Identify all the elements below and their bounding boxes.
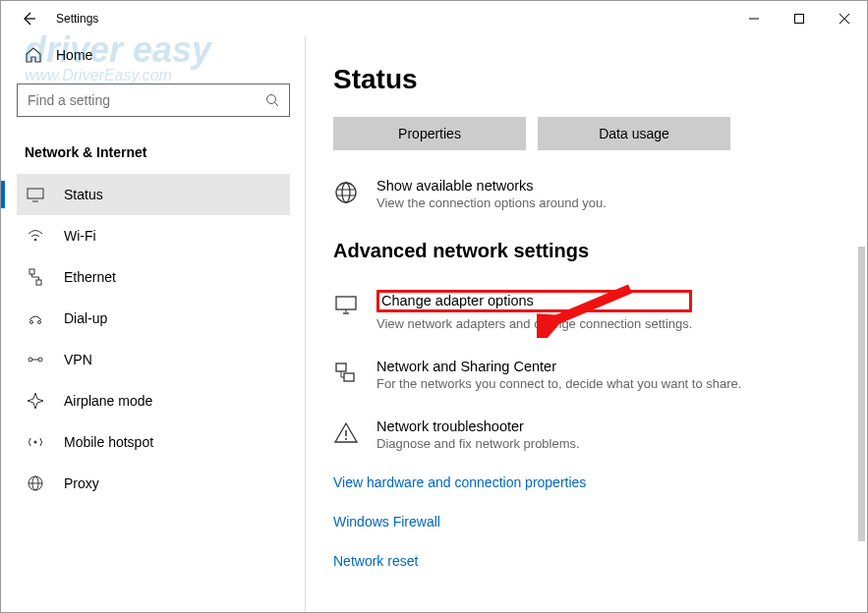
highlight-box: Change adapter options: [376, 290, 692, 312]
nav-item-dialup[interactable]: Dial-up: [17, 298, 290, 339]
window-title: Settings: [56, 12, 98, 26]
warning-icon: [333, 420, 359, 446]
svg-point-13: [29, 358, 32, 362]
hotspot-icon: [27, 433, 44, 451]
airplane-icon: [27, 392, 44, 410]
search-icon: [265, 93, 279, 107]
show-networks-title: Show available networks: [376, 178, 607, 194]
status-icon: [27, 186, 44, 203]
firewall-link[interactable]: Windows Firewall: [333, 514, 839, 529]
properties-button[interactable]: Properties: [333, 117, 526, 150]
nav-item-ethernet[interactable]: Ethernet: [17, 256, 290, 298]
show-networks-row[interactable]: Show available networks View the connect…: [333, 178, 839, 210]
nav-item-wifi[interactable]: Wi-Fi: [17, 215, 290, 256]
globe-icon: [333, 180, 359, 205]
sharing-icon: [333, 361, 359, 386]
home-button[interactable]: Home: [17, 36, 290, 74]
scrollbar[interactable]: [858, 247, 865, 541]
svg-line-5: [275, 103, 279, 107]
sharing-center-row[interactable]: Network and Sharing Center For the netwo…: [333, 359, 839, 391]
nav-list: Status Wi-Fi Ethernet Dial-up VPN Airpla…: [17, 174, 290, 504]
svg-point-4: [267, 95, 276, 104]
nav-item-status[interactable]: Status: [17, 174, 290, 215]
svg-rect-28: [344, 373, 354, 381]
nav-item-vpn[interactable]: VPN: [17, 339, 290, 380]
data-usage-button[interactable]: Data usage: [538, 117, 730, 150]
search-box[interactable]: [17, 84, 290, 117]
svg-rect-24: [336, 297, 356, 309]
nav-label: Wi-Fi: [64, 228, 96, 244]
svg-point-14: [38, 358, 42, 362]
home-icon: [25, 46, 42, 64]
svg-rect-6: [28, 189, 43, 198]
titlebar: Settings: [1, 1, 867, 36]
svg-point-21: [342, 183, 350, 202]
maximize-button[interactable]: [777, 3, 822, 34]
ethernet-icon: [27, 268, 44, 286]
nav-item-airplane[interactable]: Airplane mode: [17, 380, 290, 421]
nav-label: Ethernet: [64, 269, 116, 285]
home-label: Home: [56, 47, 92, 63]
svg-rect-10: [36, 280, 41, 285]
troubleshoot-title: Network troubleshooter: [376, 418, 580, 434]
svg-point-11: [30, 321, 33, 324]
page-title: Status: [333, 64, 839, 95]
nav-label: Airplane mode: [64, 393, 152, 409]
reset-link[interactable]: Network reset: [333, 553, 839, 569]
svg-point-16: [34, 441, 37, 444]
nav-label: Proxy: [64, 475, 99, 491]
sharing-title: Network and Sharing Center: [376, 359, 741, 374]
wifi-icon: [27, 227, 44, 245]
adapter-options-row[interactable]: Change adapter options View network adap…: [333, 290, 839, 331]
svg-point-30: [345, 438, 347, 440]
vpn-icon: [27, 351, 44, 368]
dialup-icon: [27, 309, 44, 327]
sidebar: Home Network & Internet Status Wi-Fi Eth…: [1, 36, 306, 612]
svg-point-20: [336, 183, 356, 202]
adapter-sub: View network adapters and change connect…: [376, 316, 692, 331]
close-button[interactable]: [822, 3, 867, 34]
nav-item-hotspot[interactable]: Mobile hotspot: [17, 421, 290, 463]
troubleshooter-row[interactable]: Network troubleshooter Diagnose and fix …: [333, 418, 839, 451]
section-header: Advanced network settings: [333, 240, 839, 262]
svg-point-8: [34, 239, 37, 242]
adapter-title: Change adapter options: [381, 293, 534, 308]
svg-rect-1: [795, 15, 804, 24]
search-input[interactable]: [28, 92, 265, 108]
minimize-button[interactable]: [731, 3, 777, 34]
nav-item-proxy[interactable]: Proxy: [17, 463, 290, 504]
troubleshoot-sub: Diagnose and fix network problems.: [376, 436, 580, 451]
content: Status Properties Data usage Show availa…: [306, 36, 867, 612]
proxy-icon: [27, 474, 44, 492]
window-controls: [731, 3, 867, 34]
nav-label: Dial-up: [64, 310, 107, 326]
svg-point-12: [38, 321, 41, 324]
sharing-sub: For the networks you connect to, decide …: [376, 376, 741, 391]
back-button[interactable]: [13, 3, 44, 34]
hardware-link[interactable]: View hardware and connection properties: [333, 474, 839, 490]
svg-rect-9: [29, 269, 34, 274]
category-label: Network & Internet: [25, 144, 290, 160]
nav-label: Status: [64, 187, 103, 202]
show-networks-sub: View the connection options around you.: [376, 195, 607, 210]
svg-rect-27: [336, 363, 346, 371]
monitor-icon: [333, 292, 359, 317]
nav-label: Mobile hotspot: [64, 434, 153, 450]
nav-label: VPN: [64, 352, 92, 367]
